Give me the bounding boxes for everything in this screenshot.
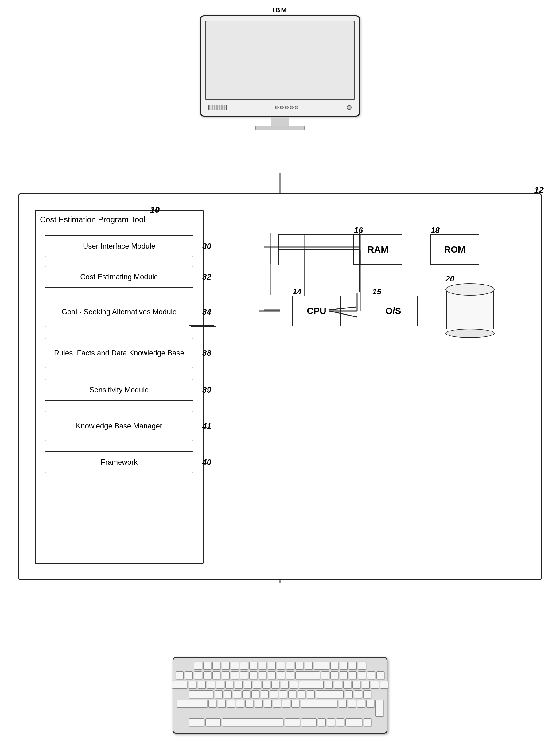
key-num5[interactable] bbox=[354, 690, 362, 698]
key-z[interactable] bbox=[208, 700, 217, 708]
key-num1[interactable] bbox=[331, 662, 338, 670]
key-m[interactable] bbox=[264, 700, 272, 708]
key-comma[interactable] bbox=[273, 700, 281, 708]
key-backslash[interactable] bbox=[299, 681, 324, 689]
key-num0[interactable] bbox=[345, 718, 362, 726]
key-j[interactable] bbox=[270, 690, 278, 698]
key-5[interactable] bbox=[222, 671, 229, 679]
key-c[interactable] bbox=[227, 700, 235, 708]
key-lshift[interactable] bbox=[177, 700, 207, 708]
key-4[interactable] bbox=[213, 671, 220, 679]
key-num2b[interactable] bbox=[357, 700, 365, 708]
key-home[interactable] bbox=[331, 671, 338, 679]
key-rctrl[interactable] bbox=[301, 718, 317, 726]
key-end[interactable] bbox=[334, 681, 342, 689]
key-t[interactable] bbox=[225, 681, 233, 689]
key-f6[interactable] bbox=[249, 662, 257, 670]
key-pgup[interactable] bbox=[340, 671, 347, 679]
key-g[interactable] bbox=[252, 690, 259, 698]
key-w[interactable] bbox=[198, 681, 206, 689]
key-equals[interactable] bbox=[286, 671, 294, 679]
key-f9[interactable] bbox=[277, 662, 285, 670]
key-num4[interactable] bbox=[358, 662, 366, 670]
key-quote[interactable] bbox=[307, 690, 315, 698]
key-b[interactable] bbox=[245, 700, 253, 708]
key-f2[interactable] bbox=[213, 662, 220, 670]
key-capslock[interactable] bbox=[189, 690, 213, 698]
key-o[interactable] bbox=[262, 681, 270, 689]
key-8[interactable] bbox=[249, 671, 257, 679]
key-h[interactable] bbox=[261, 690, 268, 698]
key-f4[interactable] bbox=[231, 662, 239, 670]
key-enter[interactable] bbox=[316, 690, 343, 698]
key-num9[interactable] bbox=[371, 681, 379, 689]
key-num8[interactable] bbox=[362, 681, 369, 689]
key-del[interactable] bbox=[314, 662, 329, 670]
key-9[interactable] bbox=[259, 671, 266, 679]
key-pgdn[interactable] bbox=[343, 681, 351, 689]
key-f8[interactable] bbox=[268, 662, 276, 670]
key-2[interactable] bbox=[194, 671, 202, 679]
key-num6[interactable] bbox=[363, 690, 371, 698]
key-f5[interactable] bbox=[240, 662, 248, 670]
key-ralt[interactable] bbox=[285, 718, 300, 726]
key-num3[interactable] bbox=[349, 662, 357, 670]
key-k[interactable] bbox=[279, 690, 287, 698]
key-d[interactable] bbox=[233, 690, 241, 698]
monitor-power-button[interactable] bbox=[347, 105, 352, 110]
key-f7[interactable] bbox=[259, 662, 266, 670]
key-left[interactable] bbox=[318, 718, 326, 726]
key-s[interactable] bbox=[224, 690, 232, 698]
key-num2[interactable] bbox=[340, 662, 347, 670]
key-f12[interactable] bbox=[304, 662, 313, 670]
key-backspace[interactable] bbox=[295, 671, 320, 679]
key-num4[interactable] bbox=[345, 690, 353, 698]
key-del2[interactable] bbox=[325, 681, 333, 689]
key-numdot[interactable] bbox=[363, 718, 372, 726]
key-f11[interactable] bbox=[295, 662, 303, 670]
key-f[interactable] bbox=[242, 690, 250, 698]
key-v[interactable] bbox=[236, 700, 244, 708]
key-num-sl[interactable] bbox=[358, 671, 366, 679]
key-period[interactable] bbox=[282, 700, 290, 708]
key-num-lk[interactable] bbox=[349, 671, 357, 679]
key-esc[interactable] bbox=[194, 662, 202, 670]
key-lctrl[interactable] bbox=[189, 718, 204, 726]
key-3[interactable] bbox=[203, 671, 211, 679]
key-p[interactable] bbox=[272, 681, 279, 689]
key-f1[interactable] bbox=[203, 662, 211, 670]
key-f10[interactable] bbox=[286, 662, 294, 670]
key-num3b[interactable] bbox=[366, 700, 374, 708]
key-u[interactable] bbox=[244, 681, 252, 689]
key-space1[interactable] bbox=[222, 718, 283, 726]
key-6[interactable] bbox=[231, 671, 239, 679]
key-y[interactable] bbox=[235, 681, 243, 689]
key-tilde[interactable] bbox=[176, 671, 184, 679]
key-rbracket[interactable] bbox=[290, 681, 298, 689]
key-ins[interactable] bbox=[321, 671, 329, 679]
key-n[interactable] bbox=[255, 700, 262, 708]
key-num7[interactable] bbox=[353, 681, 360, 689]
key-1[interactable] bbox=[185, 671, 193, 679]
key-slash[interactable] bbox=[292, 700, 299, 708]
key-num-ast[interactable] bbox=[367, 671, 375, 679]
key-num-minus[interactable] bbox=[376, 671, 384, 679]
key-up[interactable] bbox=[339, 700, 347, 708]
key-0[interactable] bbox=[268, 671, 276, 679]
key-l[interactable] bbox=[288, 690, 296, 698]
key-num1b[interactable] bbox=[348, 700, 356, 708]
key-e[interactable] bbox=[207, 681, 215, 689]
key-rshift[interactable] bbox=[301, 700, 337, 708]
key-minus[interactable] bbox=[277, 671, 285, 679]
key-num-plus[interactable] bbox=[380, 681, 388, 689]
key-semicolon[interactable] bbox=[298, 690, 305, 698]
key-right[interactable] bbox=[336, 718, 344, 726]
key-q[interactable] bbox=[188, 681, 197, 689]
key-f3[interactable] bbox=[222, 662, 229, 670]
key-tab[interactable] bbox=[172, 681, 187, 689]
key-r[interactable] bbox=[216, 681, 224, 689]
key-i[interactable] bbox=[253, 681, 261, 689]
key-a[interactable] bbox=[215, 690, 223, 698]
key-lalt[interactable] bbox=[205, 718, 221, 726]
key-down[interactable] bbox=[327, 718, 335, 726]
